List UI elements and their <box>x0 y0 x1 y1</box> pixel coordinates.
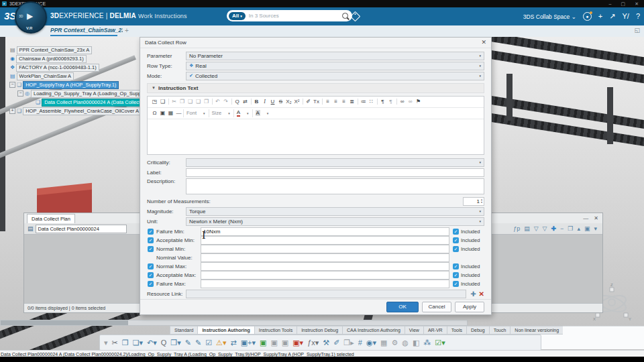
tree-item-factory[interactable]: ❖ FACTORY A (ncc-1-00069483-1.1) <box>0 63 142 72</box>
ribbon-tab[interactable]: Instruction Debug <box>297 326 342 335</box>
separator[interactable] <box>230 99 233 105</box>
cancel-button[interactable]: Cancel <box>422 302 451 312</box>
limit-checkbox[interactable]: ✓ <box>148 237 154 243</box>
superscript-icon[interactable]: X² <box>293 99 301 105</box>
separator[interactable] <box>376 99 378 105</box>
included-checkbox[interactable]: ✓ <box>453 263 459 269</box>
search-icon[interactable] <box>342 13 348 19</box>
mode-select[interactable]: ✔ Collected ▾ <box>186 72 484 80</box>
unlink-icon[interactable]: ∞ <box>407 99 414 105</box>
tree-expander[interactable]: − <box>17 90 23 97</box>
bold-icon[interactable]: B <box>253 99 260 105</box>
warning-pad-icon[interactable]: ⚠▾ <box>216 339 226 347</box>
spinner-down-icon[interactable]: ▾ <box>481 201 482 204</box>
add-row-icon[interactable]: ✚ <box>551 225 557 232</box>
box-3d-icon[interactable]: ❒▸ <box>343 339 354 347</box>
ribbon-tab[interactable]: Tools <box>447 326 466 335</box>
replace-icon[interactable]: ⇄ <box>241 99 249 105</box>
dialog-close-button[interactable]: ✕ <box>481 39 486 46</box>
plug-icon[interactable]: ◧ <box>413 339 419 347</box>
undo-icon[interactable]: ↶▾ <box>147 339 157 347</box>
collab-space-dropdown[interactable]: 3DS Collab Space ⌄ <box>523 13 576 20</box>
ribbon-tab[interactable]: View <box>405 326 423 335</box>
ok-button[interactable]: OK <box>386 302 419 312</box>
horizontal-rule-icon[interactable]: — <box>175 110 182 116</box>
function-filter-icon[interactable]: ƒp <box>513 225 520 232</box>
paragraph-rtl-icon[interactable]: ¶ <box>387 99 394 105</box>
included-checkbox[interactable]: ✓ <box>453 281 459 287</box>
maximize-button[interactable]: ▢ <box>621 1 626 7</box>
ribbon-tab[interactable]: Instruction Authoring <box>197 326 254 335</box>
capture-icon[interactable]: ▣ <box>270 339 277 347</box>
separator[interactable] <box>356 99 359 105</box>
capture-add-icon[interactable]: ▣+▾ <box>241 339 256 347</box>
resource-add-icon[interactable]: ✚ <box>470 290 476 298</box>
tree-expander[interactable] <box>4 56 9 61</box>
limit-checkbox[interactable]: ✓ <box>148 281 154 287</box>
remove-row-icon[interactable]: − <box>560 225 564 232</box>
paste-icon[interactable]: ❏▾ <box>133 339 143 347</box>
image-icon[interactable]: ▣ <box>159 110 166 116</box>
source-icon[interactable]: ◳ <box>151 99 158 105</box>
ribbon-tab[interactable]: Debug <box>466 326 489 335</box>
close-button[interactable]: ✕ <box>635 1 639 7</box>
description-input[interactable] <box>186 178 484 194</box>
new-tab-button[interactable]: + <box>125 27 129 34</box>
tree-item-data-collect-plan[interactable]: ❏ Data Collect Plan00000024 A (Data Coll… <box>0 98 142 107</box>
criticality-select[interactable]: ▾ <box>186 158 484 167</box>
help-icon[interactable]: ? <box>636 13 640 20</box>
limit-value-input[interactable] <box>201 253 449 262</box>
ribbon-tab[interactable]: CAA Instruction Authoring <box>342 326 405 335</box>
tree-item-hop-assemble[interactable]: + ❏ HOP_Assemble_Flywheel_CrankCase_OilC… <box>0 107 142 115</box>
headset-icon[interactable]: ◍ <box>402 339 409 347</box>
special-char-icon[interactable]: Ω <box>151 110 158 116</box>
bullet-list-icon[interactable]: ∷ <box>368 99 375 105</box>
limit-checkbox[interactable]: ✓ <box>148 229 154 235</box>
copy-icon[interactable]: ❐ <box>122 339 129 347</box>
formula-icon[interactable]: ƒx▾ <box>307 339 319 347</box>
table-icon[interactable]: ▦ <box>167 110 174 116</box>
separator[interactable] <box>167 99 170 105</box>
undo-icon[interactable]: ↶ <box>214 99 221 105</box>
tree-item-ppr-context[interactable]: ▤ PPR Context_ChainSaw_23x A <box>0 46 142 54</box>
swap-icon[interactable]: ⇄ <box>230 339 236 347</box>
capture-alt-icon[interactable]: ▣ <box>282 339 288 347</box>
separator[interactable] <box>395 99 398 105</box>
tree-expander[interactable] <box>4 65 9 70</box>
template-icon[interactable]: ❏ <box>159 99 166 105</box>
magnitude-select[interactable]: Torque ▾ <box>186 207 484 216</box>
paragraph-ltr-icon[interactable]: ¶ <box>379 99 386 105</box>
separator[interactable] <box>211 99 213 105</box>
font-select[interactable]: Font ▾ <box>183 109 208 117</box>
included-checkbox[interactable]: ✓ <box>453 272 459 278</box>
zoom-icon[interactable]: Q <box>161 339 167 347</box>
move-up-icon[interactable]: ▴ <box>577 225 580 232</box>
align-justify-icon[interactable]: ≣ <box>348 99 356 105</box>
ribbon-tab[interactable]: AR-VR <box>423 326 447 335</box>
tree-item-chainsaw[interactable]: ◉ Chainsaw A (prd00069293.1) <box>0 54 142 63</box>
label-input[interactable] <box>186 168 484 177</box>
gears-icon[interactable]: ⚙ <box>391 339 398 347</box>
doc-globe-icon[interactable]: ◉▾ <box>366 339 376 347</box>
collapse-icon[interactable]: ▾ <box>104 339 108 347</box>
plan-name-field[interactable]: Data Collect Plan00000024 <box>36 225 127 233</box>
unit-select[interactable]: Newton x Meter (Nxm) ▾ <box>186 217 484 226</box>
minimize-button[interactable]: – <box>609 1 612 7</box>
italic-icon[interactable]: I <box>261 99 268 105</box>
catalog-icon[interactable]: ❒▾ <box>170 339 180 347</box>
measurements-stepper[interactable]: 1 ▴ ▾ <box>463 197 484 206</box>
resource-link-field[interactable] <box>186 290 466 298</box>
horizontal-scrollbar[interactable] <box>0 320 468 326</box>
tree-expander[interactable] <box>4 48 9 52</box>
underline-icon[interactable]: U <box>269 99 276 105</box>
search-scope-dropdown[interactable]: All ▾ <box>229 12 246 20</box>
paste-word-icon[interactable]: ❐ <box>203 99 210 105</box>
ribbon-tab[interactable]: Touch <box>489 326 511 335</box>
tab-ppr-context[interactable]: PPR Context_ChainSaw_23 <box>50 27 123 34</box>
cut-icon[interactable]: ✂ <box>112 339 118 347</box>
align-right-icon[interactable]: ≡ <box>340 99 347 105</box>
instruction-text-section-header[interactable]: ▼ Instruction Text <box>147 83 484 93</box>
tree-expander[interactable] <box>30 100 34 105</box>
add-content-icon[interactable]: + <box>598 13 602 20</box>
pen-icon[interactable]: ✐ <box>333 339 339 347</box>
